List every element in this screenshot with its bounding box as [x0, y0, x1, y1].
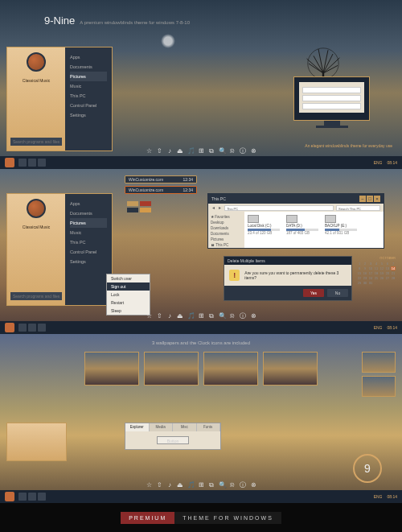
calendar-day[interactable]: 15 [357, 271, 362, 275]
color-swatch[interactable] [140, 208, 151, 212]
dock-icon[interactable]: ♪ [166, 312, 174, 320]
tray-clock[interactable]: 08:14 [387, 160, 397, 165]
start-menu-item[interactable]: Apps [70, 199, 107, 208]
sidebar-item[interactable]: Desktop [211, 220, 242, 225]
user-avatar[interactable] [27, 52, 46, 72]
dock-icon[interactable]: ⓘ [240, 312, 247, 320]
dock-icon[interactable]: ⧉ [208, 147, 215, 155]
yes-button[interactable]: Yes [303, 289, 324, 297]
calendar-day[interactable]: 17 [368, 271, 373, 275]
config-tab[interactable]: Fonts [197, 423, 221, 431]
dock-icon[interactable]: ♪ [166, 481, 174, 489]
start-button[interactable] [5, 158, 14, 167]
dock-icon[interactable]: ⊗ [250, 312, 257, 320]
calendar-day[interactable]: 31 [368, 281, 373, 285]
taskbar-app-icon[interactable] [18, 324, 27, 332]
context-item[interactable]: Sleep [107, 307, 150, 315]
dock-icon[interactable]: ⊞ [198, 147, 205, 155]
calendar-day[interactable]: 19 [379, 271, 384, 275]
calendar-day[interactable]: 29 [357, 281, 362, 285]
close-button[interactable]: × [374, 196, 380, 202]
dock-icon[interactable]: ⛭ [229, 481, 236, 489]
calendar-day[interactable]: 8 [357, 266, 362, 270]
calendar-day[interactable]: 24 [368, 276, 373, 280]
dock-icon[interactable]: 🎵 [187, 147, 195, 155]
dock-icon[interactable]: ⊞ [198, 481, 205, 489]
dock-icon[interactable]: ⛭ [229, 147, 236, 155]
context-item[interactable]: Switch user [107, 274, 150, 282]
sidebar-item[interactable]: Downloads [211, 225, 242, 231]
address-bar[interactable]: This PC [224, 205, 334, 211]
start-menu-item[interactable]: Control Panel [70, 101, 107, 110]
calendar-day[interactable]: 30 [363, 281, 367, 285]
style-preview-thumb[interactable] [362, 352, 396, 373]
calendar-day[interactable]: 6 [385, 262, 390, 266]
dock-icon[interactable]: ⇧ [156, 312, 163, 320]
tray-clock[interactable]: 08:14 [387, 494, 397, 499]
start-search-input[interactable] [10, 138, 62, 146]
wallpaper-thumb[interactable] [203, 352, 258, 386]
explorer-search[interactable]: Search This PC [336, 205, 380, 211]
color-swatch[interactable] [140, 201, 151, 206]
calendar-widget[interactable]: OCTOBER 12345678910111213141516171819202… [357, 256, 396, 285]
context-item[interactable]: Lock [107, 291, 150, 299]
dock-icon[interactable]: ⏏ [177, 481, 184, 489]
dock-icon[interactable]: 🔍 [219, 312, 226, 320]
calendar-day[interactable]: 5 [379, 262, 384, 266]
drive-item[interactable]: Local Disk (C:)23.4 of 120 GB [248, 215, 280, 245]
config-tab[interactable]: Explorer [125, 423, 150, 431]
calendar-day[interactable]: 7 [391, 262, 396, 266]
taskbar-app-icon[interactable] [18, 159, 27, 167]
dock-icon[interactable]: 🎵 [187, 481, 195, 489]
drive-item[interactable]: BACKUP (E:)42.1 of 931 GB [325, 215, 357, 245]
explorer-sidebar[interactable]: ★ FavoritesDesktopDownloadsDocumentsPict… [208, 212, 244, 248]
calendar-day[interactable]: 10 [368, 266, 373, 270]
start-menu-item[interactable]: Documents [70, 62, 107, 72]
calendar-day[interactable]: 28 [391, 276, 396, 280]
sidebar-item[interactable]: ★ Favorites [211, 214, 242, 220]
dock-icon[interactable]: 🎵 [187, 312, 195, 320]
start-menu-item[interactable]: Pictures [70, 72, 107, 81]
start-menu-item[interactable]: Apps [70, 52, 107, 62]
start-menu[interactable]: Classical Music AppsDocumentsPicturesMus… [6, 193, 113, 306]
dock-icon[interactable]: ⏏ [177, 147, 184, 155]
calendar-day[interactable]: 27 [385, 276, 390, 280]
calendar-day[interactable]: 16 [363, 271, 367, 275]
style-preview-thumb[interactable] [362, 376, 396, 397]
config-window[interactable]: ExplorerMediaMiscFonts Button [125, 423, 221, 450]
calendar-day[interactable]: 25 [374, 276, 379, 280]
start-button[interactable] [5, 492, 14, 501]
start-menu[interactable]: Classical Music AppsDocumentsPicturesMus… [6, 47, 113, 151]
taskbar[interactable]: ENG08:14 [0, 156, 402, 169]
start-menu-item[interactable]: Documents [70, 208, 107, 218]
dock-icon[interactable]: ⇧ [156, 481, 163, 489]
sample-button[interactable]: Button [157, 436, 189, 444]
calendar-day[interactable]: 23 [363, 276, 367, 280]
start-menu-item[interactable]: This PC [70, 237, 107, 247]
calendar-day[interactable]: 1 [357, 262, 362, 266]
calendar-day[interactable]: 22 [357, 276, 362, 280]
start-menu-item[interactable]: This PC [70, 91, 107, 101]
sidebar-item[interactable]: 🖥 This PC [211, 242, 242, 248]
taskbar-app-icon[interactable] [18, 493, 27, 501]
drive-item[interactable]: DATA (D:)187 of 465 GB [286, 215, 318, 245]
sidebar-item[interactable]: Pictures [211, 237, 242, 242]
calendar-day[interactable]: 13 [385, 266, 390, 270]
taskbar-app-icon[interactable] [28, 159, 36, 167]
config-tab[interactable]: Media [150, 423, 174, 431]
dock-icon[interactable]: 🔍 [219, 147, 226, 155]
start-menu-item[interactable]: Pictures [70, 218, 107, 228]
start-menu-item[interactable]: Settings [70, 257, 107, 266]
taskbar[interactable]: ENG08:14 [0, 321, 402, 334]
dock-icon[interactable]: ⏏ [177, 312, 184, 320]
min-button[interactable]: − [359, 196, 366, 202]
taskbar-app-icon[interactable] [28, 324, 36, 332]
window-tab[interactable]: WinCustomize.com12:34 [125, 186, 197, 194]
start-menu-item[interactable]: Control Panel [70, 247, 107, 257]
start-button[interactable] [5, 323, 14, 332]
nav-back-icon[interactable]: ◄ [211, 205, 215, 210]
dock-icon[interactable]: ⊗ [250, 481, 257, 489]
calendar-day[interactable]: 20 [385, 271, 390, 275]
taskbar[interactable]: ENG08:14 [0, 490, 402, 503]
tray-lang[interactable]: ENG [374, 325, 383, 330]
